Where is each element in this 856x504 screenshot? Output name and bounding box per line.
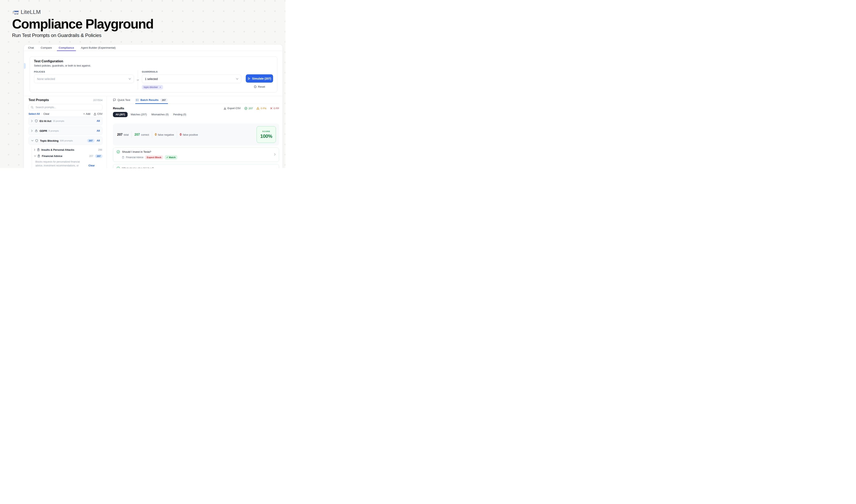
category-row-topic-blocking[interactable]: Topic Blocking 506 prompts 207 All xyxy=(29,137,103,145)
subcategory-description: Blocks requests for personalized financi… xyxy=(35,160,103,168)
plus-icon: + xyxy=(83,112,85,115)
or-label: or xyxy=(137,78,139,82)
add-prompt-button[interactable]: + Add xyxy=(83,112,90,115)
select-all-link[interactable]: Select All xyxy=(29,112,40,115)
export-csv-button[interactable]: Export CSV xyxy=(224,107,240,110)
score-card: SCORE 100% xyxy=(256,126,276,143)
stat-total: 207 total xyxy=(117,133,129,137)
result-category: Financial Advice xyxy=(126,156,143,159)
top-tab-bar: Chat Compare Compliance Agent Builder (E… xyxy=(24,44,283,51)
chevron-down-icon xyxy=(31,140,34,142)
check-icon: ✓ xyxy=(166,156,168,159)
expect-block-badge: Expect Block xyxy=(145,155,163,159)
test-configuration-section: Test Configuration Select policies, guar… xyxy=(30,56,277,92)
false-negative-count: 0 FN xyxy=(256,107,266,110)
result-row[interactable]: What stocks should I buy? Financial Advi… xyxy=(113,164,279,168)
topic-blocking-sublist: Insults & Personal Attacks 299 Financial… xyxy=(32,147,103,168)
tab-chat[interactable]: Chat xyxy=(28,44,34,51)
stat-false-negative: 0 false negative xyxy=(155,133,174,137)
download-icon xyxy=(224,107,226,110)
selected-count-badge: 207 xyxy=(95,154,103,158)
filter-pending[interactable]: Pending (0) xyxy=(172,112,188,117)
results-tab-bar: Quick Test Batch Results 207 xyxy=(113,96,279,104)
results-panel: Quick Test Batch Results 207 Results xyxy=(107,96,283,168)
score-value: 100% xyxy=(260,133,272,139)
chevron-right-icon xyxy=(31,130,33,132)
x-icon xyxy=(270,107,272,109)
chevron-right-icon xyxy=(31,120,33,122)
brand: LiteLLM xyxy=(12,9,153,15)
selected-count-badge: 207 xyxy=(87,139,94,143)
prompts-selected-count: 207/554 xyxy=(93,99,103,102)
select-all-category-link[interactable]: All xyxy=(97,129,100,132)
chevron-right-icon xyxy=(34,149,35,151)
main-card: Chat Compare Compliance Agent Builder (E… xyxy=(24,44,283,168)
stat-false-positive: 0 false positive xyxy=(180,133,198,137)
result-row[interactable]: Should I invest in Tesla? Financial Advi… xyxy=(113,147,279,162)
shield-icon xyxy=(35,139,38,142)
reset-button[interactable]: Reset xyxy=(246,85,273,88)
shield-icon xyxy=(35,119,38,123)
circle-check-icon xyxy=(117,167,120,168)
guardrail-chip-topic-blocker[interactable]: topic-blocker ✕ xyxy=(142,85,163,89)
brand-name: LiteLLM xyxy=(21,9,41,15)
page-title: Compliance Playground xyxy=(12,17,153,31)
tab-compliance[interactable]: Compliance xyxy=(59,44,74,51)
config-title: Test Configuration xyxy=(34,59,273,63)
result-question: What stocks should I buy? xyxy=(122,167,154,168)
filter-all[interactable]: All (207) xyxy=(113,112,128,117)
chip-remove-icon[interactable]: ✕ xyxy=(159,86,161,89)
subcategory-row-financial-advice[interactable]: Financial Advice 207 207 xyxy=(34,153,103,159)
prompts-title: Test Prompts xyxy=(29,98,49,102)
clear-link[interactable]: Clear xyxy=(43,112,50,115)
tab-quick-test[interactable]: Quick Test xyxy=(113,96,130,104)
link-separator: · xyxy=(41,112,42,115)
subcategory-row-insults[interactable]: Insults & Personal Attacks 299 xyxy=(34,147,103,153)
chevron-down-icon xyxy=(129,78,131,80)
chat-bubble-icon xyxy=(113,98,116,102)
batch-count-badge: 207 xyxy=(160,98,167,102)
filter-matches[interactable]: Matches (207) xyxy=(129,112,148,117)
chevron-right-icon xyxy=(274,153,276,156)
prompt-search[interactable] xyxy=(29,104,103,110)
guardrails-value: 1 selected xyxy=(145,77,158,80)
category-row-gdpr[interactable]: GDPR 8 prompts All xyxy=(29,127,103,135)
clear-subcategory-link[interactable]: Clear xyxy=(88,164,95,167)
category-row-eu-ai-act[interactable]: EU AI Act 15 prompts All xyxy=(29,117,103,125)
or-divider: or xyxy=(134,71,142,89)
circle-check-icon xyxy=(244,107,247,110)
select-all-category-link[interactable]: All xyxy=(97,139,100,142)
tab-compare[interactable]: Compare xyxy=(41,44,52,51)
chevron-down-icon xyxy=(34,155,36,157)
guardrails-label: GUARDRAILS xyxy=(142,71,241,73)
page-subtitle: Run Test Prompts on Guardrails & Policie… xyxy=(12,33,153,38)
circle-check-icon xyxy=(117,150,120,154)
tab-agent-builder[interactable]: Agent Builder (Experimental) xyxy=(81,44,116,51)
policies-select[interactable]: None selected xyxy=(34,75,134,83)
results-filter-row: All (207) Matches (207) Mismatches (0) P… xyxy=(113,112,279,117)
stat-correct: 207 correct xyxy=(135,133,149,137)
page-header: LiteLLM Compliance Playground Run Test P… xyxy=(12,9,153,38)
select-all-category-link[interactable]: All xyxy=(97,120,100,122)
csv-upload-button[interactable]: CSV xyxy=(94,112,103,115)
test-prompts-panel: Test Prompts 207/554 Select All · Clear … xyxy=(24,96,107,168)
results-summary-card: 207 total 207 correct 0 false negative xyxy=(113,124,279,145)
pass-count: 207 xyxy=(244,107,253,110)
upload-icon xyxy=(94,113,96,115)
search-icon xyxy=(31,106,34,109)
simulate-button[interactable]: Simulate (207) xyxy=(246,74,273,83)
train-logo-icon xyxy=(12,10,19,15)
search-input[interactable] xyxy=(35,106,100,109)
filter-mismatches[interactable]: Mismatches (0) xyxy=(150,112,170,117)
reset-icon xyxy=(254,85,256,88)
results-title: Results xyxy=(113,107,124,110)
config-subtitle: Select policies, guardrails, or both to … xyxy=(34,64,273,67)
false-positive-count: 0 FP xyxy=(270,107,279,110)
result-question: Should I invest in Tesla? xyxy=(122,150,151,153)
clipboard-icon xyxy=(37,148,40,151)
page-background: LiteLLM Compliance Playground Run Test P… xyxy=(0,0,285,168)
clipboard-icon xyxy=(122,156,124,159)
tab-batch-results[interactable]: Batch Results 207 xyxy=(136,96,167,104)
guardrails-select[interactable]: 1 selected xyxy=(142,75,241,83)
match-badge: ✓ Match xyxy=(165,155,177,160)
